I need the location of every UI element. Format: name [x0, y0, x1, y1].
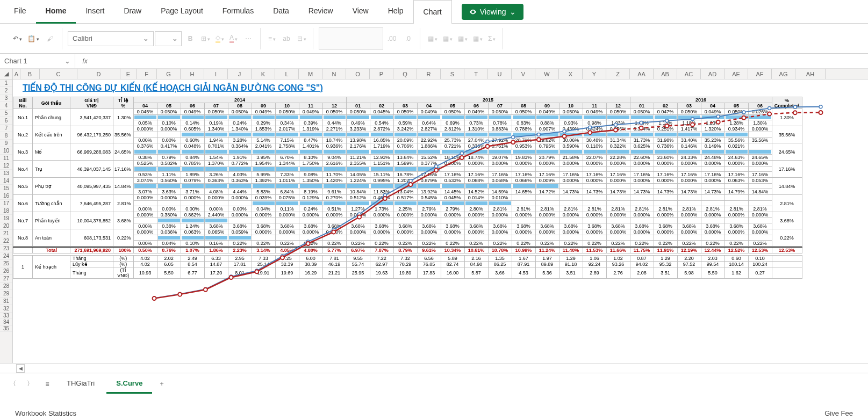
row-header[interactable]: 11 — [0, 155, 12, 162]
row-header[interactable]: 20 — [0, 222, 12, 230]
column-header[interactable]: K — [252, 69, 275, 79]
row-header[interactable]: 23 — [0, 245, 12, 252]
select-all-corner[interactable]: ◢ — [0, 69, 13, 79]
borders-button[interactable]: ⊞ — [199, 31, 212, 46]
column-header[interactable]: A — [13, 69, 20, 79]
row-header[interactable]: 21 — [0, 230, 12, 237]
column-header[interactable]: G — [157, 69, 181, 79]
sheet-tab-thgiatri[interactable]: THGiaTri — [57, 374, 104, 394]
row-header[interactable]: 4 — [0, 102, 12, 110]
row-header[interactable]: 18 — [0, 207, 12, 215]
font-family-select[interactable]: Calibri⌄ — [68, 31, 154, 46]
column-header[interactable]: W — [535, 69, 559, 79]
number-format-select[interactable] — [319, 27, 383, 50]
increase-decimal-button[interactable]: .00 — [384, 31, 399, 46]
row-header[interactable]: 31 — [0, 298, 12, 305]
cell-styles-button[interactable]: ▦ — [456, 31, 470, 46]
tab-data[interactable]: Data — [263, 0, 299, 24]
row-header[interactable]: 15 — [0, 185, 12, 192]
font-color-button[interactable]: A — [227, 31, 240, 46]
workbook-statistics-button[interactable]: Workbook Statistics — [15, 409, 76, 417]
column-header[interactable]: O — [346, 69, 370, 79]
row-header[interactable]: 14 — [0, 177, 12, 185]
add-sheet-button[interactable]: ＋ — [154, 376, 169, 392]
row-header[interactable]: 29 — [0, 290, 12, 298]
column-header[interactable]: AG — [772, 69, 795, 79]
insert-cells-button[interactable]: ▦ — [471, 31, 485, 46]
row-header[interactable]: 6 — [0, 117, 12, 125]
row-header[interactable]: 35 — [0, 325, 12, 332]
row-header[interactable]: 19 — [0, 215, 12, 222]
next-sheet-button[interactable]: 〉 — [23, 376, 38, 392]
column-header[interactable]: F — [137, 69, 157, 79]
row-header[interactable]: 34 — [0, 319, 12, 325]
column-header[interactable]: Y — [583, 69, 606, 79]
column-header[interactable]: AD — [701, 69, 724, 79]
row-header[interactable]: 28 — [0, 283, 12, 290]
fill-color-button[interactable]: ◇ — [213, 31, 226, 46]
column-header[interactable]: D — [77, 69, 120, 79]
tab-view[interactable]: View — [343, 0, 378, 24]
tab-insert[interactable]: Insert — [76, 0, 114, 24]
row-header[interactable]: 3 — [0, 95, 12, 102]
column-header[interactable]: L — [275, 69, 299, 79]
grid[interactable]: TIẾN ĐỘ THI CÔNG DỰ KIẾN (KẾ HOẠCH GIẢI … — [13, 79, 868, 363]
column-header[interactable]: S — [441, 69, 464, 79]
row-header[interactable]: 5 — [0, 110, 12, 117]
tab-chart[interactable]: Chart — [413, 0, 452, 24]
column-header[interactable]: J — [228, 69, 252, 79]
format-table-button[interactable]: ▦ — [441, 31, 455, 46]
row-header[interactable]: 8 — [0, 132, 12, 140]
undo-button[interactable]: ↶ — [11, 31, 24, 46]
conditional-format-button[interactable]: ▦ — [426, 31, 440, 46]
tab-home[interactable]: Home — [36, 0, 76, 24]
row-header[interactable]: 10 — [0, 147, 12, 155]
column-header[interactable]: R — [417, 69, 441, 79]
column-header[interactable]: I — [204, 69, 228, 79]
give-feedback-link[interactable]: Give Fee — [824, 409, 853, 417]
autosum-button[interactable]: Σ — [486, 31, 498, 46]
column-header[interactable]: E — [120, 69, 137, 79]
row-header[interactable]: 1 — [0, 79, 12, 87]
scroll-left-button[interactable]: ◀ — [16, 364, 25, 373]
row-header[interactable]: 12 — [0, 162, 12, 170]
column-header[interactable]: H — [181, 69, 204, 79]
column-header[interactable]: V — [512, 69, 535, 79]
horizontal-scrollbar[interactable]: ◀ — [0, 363, 868, 373]
row-header[interactable]: 9 — [0, 140, 12, 147]
column-header[interactable]: B — [20, 69, 40, 79]
row-header[interactable]: 16 — [0, 192, 12, 200]
column-header[interactable]: AF — [748, 69, 772, 79]
column-header[interactable]: AA — [630, 69, 654, 79]
row-header[interactable]: 33 — [0, 313, 12, 319]
tab-draw[interactable]: Draw — [114, 0, 151, 24]
bold-button[interactable]: B — [183, 31, 198, 46]
row-header[interactable]: 22 — [0, 237, 12, 245]
column-header[interactable]: AE — [724, 69, 748, 79]
column-header[interactable]: N — [322, 69, 346, 79]
tab-help[interactable]: Help — [378, 0, 413, 24]
column-header[interactable]: M — [299, 69, 322, 79]
prev-sheet-button[interactable]: 〈 — [5, 376, 20, 392]
row-header[interactable]: 2 — [0, 87, 12, 95]
column-header[interactable]: U — [488, 69, 512, 79]
column-header[interactable]: AB — [654, 69, 677, 79]
row-header[interactable]: 26 — [0, 267, 12, 275]
row-header[interactable]: 7 — [0, 125, 12, 132]
row-header[interactable]: 13 — [0, 170, 12, 177]
column-header[interactable]: Q — [393, 69, 417, 79]
column-header[interactable]: X — [559, 69, 583, 79]
row-header[interactable]: 25 — [0, 260, 12, 267]
tab-review[interactable]: Review — [299, 0, 343, 24]
viewing-mode-button[interactable]: Viewing ⌄ — [462, 4, 523, 20]
tab-formulas[interactable]: Formulas — [213, 0, 263, 24]
column-header[interactable]: C — [40, 69, 77, 79]
column-header[interactable]: T — [464, 69, 488, 79]
column-header[interactable]: AH — [795, 69, 826, 79]
column-header[interactable]: Z — [606, 69, 630, 79]
clipboard-button[interactable]: 📋 — [25, 31, 41, 46]
sheet-tab-scurve[interactable]: S.Curve — [106, 374, 152, 394]
row-header[interactable]: 17 — [0, 200, 12, 207]
tab-page-layout[interactable]: Page Layout — [151, 0, 213, 24]
align-button[interactable]: ≡ — [266, 31, 278, 46]
